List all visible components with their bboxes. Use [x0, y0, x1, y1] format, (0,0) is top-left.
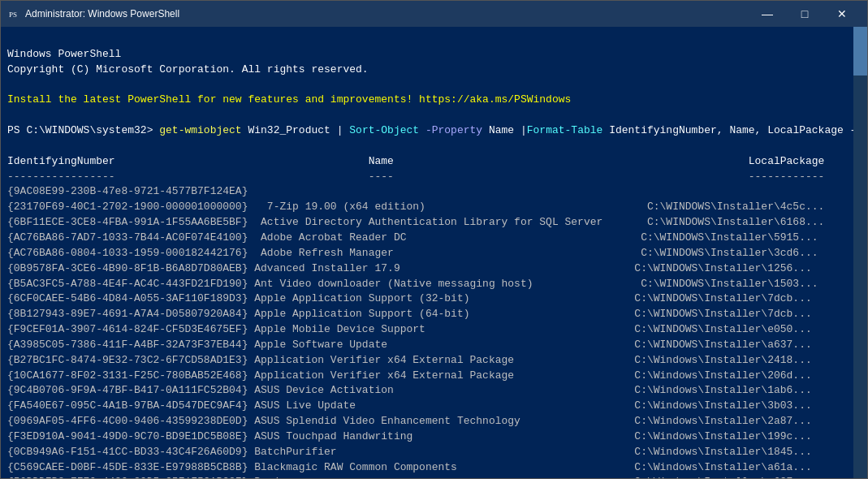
table-row: {0969AF05-4FF6-4C00-9406-43599238DE0D} A… — [7, 415, 812, 427]
table-row: {F3ED910A-9041-49D0-9C70-BD9E1DC5B08E} A… — [7, 430, 812, 442]
table-row: {6BF11ECE-3CE8-4FBA-991A-1F55AA6BE5BF} A… — [7, 216, 824, 228]
table-row: {B5AC3FC5-A788-4E4F-AC4C-443FD21FD190} A… — [7, 278, 818, 290]
maximize-button[interactable]: □ — [786, 1, 823, 27]
table-row: {AC76BA86-7AD7-1033-7B44-AC0F074E4100} A… — [7, 231, 818, 244]
col-divider: ----------------- ---- ------------ — [7, 170, 824, 183]
window-controls: — □ ✕ — [749, 1, 861, 27]
table-row: {0CB949A6-F151-41CC-BD33-43C4F26A60D9} B… — [7, 446, 812, 458]
table-row: {23170F69-40C1-2702-1900-000001000000} 7… — [7, 201, 824, 213]
ps-prompt: PS C:\WINDOWS\system32> — [7, 124, 159, 136]
table-row: {C569CAEE-D0BF-45DE-833E-E97988B5CB8B} B… — [7, 461, 812, 473]
table-row: {B27BC1FC-8474-9E32-73C2-6F7CD58AD1E3} A… — [7, 354, 812, 366]
table-row: {A3985C05-7386-411F-A4BF-32A73F37EB44} A… — [7, 339, 812, 351]
cmd-format: Format-Table — [527, 124, 603, 136]
console-output[interactable]: Windows PowerShell Copyright (C) Microso… — [1, 27, 853, 478]
cmd-name: Name | — [482, 124, 527, 136]
ps-header-line1: Windows PowerShell — [7, 48, 121, 60]
table-row: {0B9578FA-3CE6-4B90-8F1B-B6A8D7D80AEB} A… — [7, 262, 812, 274]
console-area: Windows PowerShell Copyright (C) Microso… — [1, 27, 867, 478]
table-row: {FA540E67-095C-4A1B-97BA-4D547DEC9AF4} A… — [7, 399, 812, 412]
minimize-button[interactable]: — — [749, 1, 786, 27]
table-row: {9AC08E99-230B-47e8-9721-4577B7F124EA} — [7, 185, 248, 197]
cmd-property: -Property — [419, 124, 482, 136]
close-button[interactable]: ✕ — [823, 1, 861, 27]
svg-text:PS: PS — [9, 11, 17, 19]
titlebar-left: PS Administrator: Windows PowerShell — [7, 7, 179, 20]
table-row: {AC76BA86-0804-1033-1959-000182442176} A… — [7, 247, 818, 259]
scrollbar-thumb[interactable] — [853, 27, 867, 76]
powershell-icon: PS — [7, 7, 20, 20]
scrollbar[interactable] — [853, 27, 867, 478]
cmd-getwmi: get-wmiobject — [159, 124, 241, 136]
table-row: {F9CEF01A-3907-4614-824F-CF5D3E4675EF} A… — [7, 323, 812, 335]
ps-upgrade-hint: Install the latest PowerShell for new fe… — [7, 93, 571, 106]
table-row: {10CA1677-8F02-3131-F25C-780BAB52E468} A… — [7, 369, 812, 382]
cmd-args: IdentifyingNumber, Name, LocalPackage — [602, 124, 849, 136]
powershell-window: PS Administrator: Windows PowerShell — □… — [0, 0, 868, 479]
table-row: {56DDDFB8-7F79-4480-89D5-25E1F52AB28F} B… — [7, 476, 812, 478]
table-row: {6CF0CAEE-54B6-4D84-A055-3AF110F189D3} A… — [7, 292, 812, 304]
window-title: Administrator: Windows PowerShell — [25, 8, 179, 19]
table-row: {8B127943-89E7-4691-A7A4-D05807920A84} A… — [7, 308, 812, 320]
cmd-product: Win32_Product | — [242, 124, 350, 136]
table-row: {9C4B0706-9F9A-47BF-B417-0A111FC52B04} A… — [7, 384, 812, 396]
titlebar: PS Administrator: Windows PowerShell — □… — [1, 1, 867, 27]
ps-header-line2: Copyright (C) Microsoft Corporation. All… — [7, 63, 369, 76]
cmd-sort: Sort-Object — [349, 124, 419, 136]
col-header: IdentifyingNumber Name LocalPackage — [7, 155, 824, 167]
